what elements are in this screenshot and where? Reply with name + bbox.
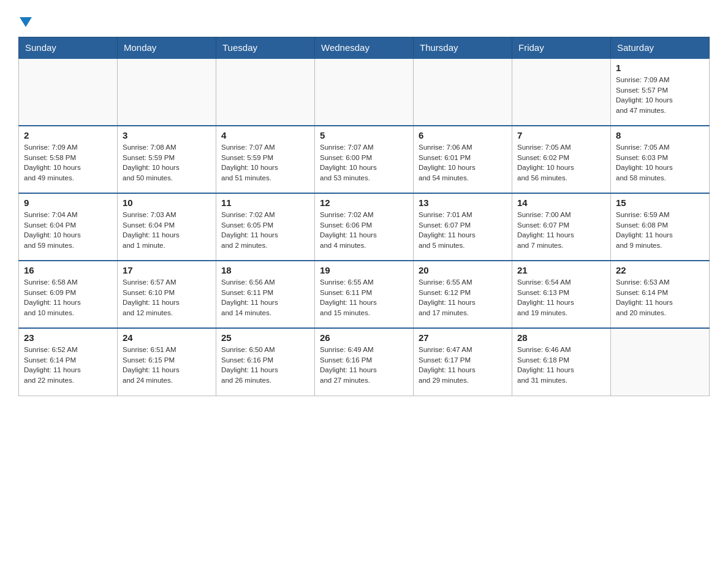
day-info: Sunrise: 6:55 AM Sunset: 6:11 PM Dayligh… xyxy=(320,277,408,318)
day-info: Sunrise: 6:49 AM Sunset: 6:16 PM Dayligh… xyxy=(320,345,408,386)
day-number: 17 xyxy=(123,265,211,275)
calendar-cell: 13Sunrise: 7:01 AM Sunset: 6:07 PM Dayli… xyxy=(414,193,512,261)
calendar-cell: 27Sunrise: 6:47 AM Sunset: 6:17 PM Dayli… xyxy=(414,328,512,396)
calendar-week-row: 2Sunrise: 7:09 AM Sunset: 5:58 PM Daylig… xyxy=(19,126,710,193)
day-number: 16 xyxy=(24,265,112,275)
page-header xyxy=(18,15,710,26)
calendar-cell: 15Sunrise: 6:59 AM Sunset: 6:08 PM Dayli… xyxy=(611,193,710,261)
day-info: Sunrise: 7:06 AM Sunset: 6:01 PM Dayligh… xyxy=(419,142,507,183)
calendar-cell: 22Sunrise: 6:53 AM Sunset: 6:14 PM Dayli… xyxy=(611,261,710,328)
calendar-cell xyxy=(216,58,315,126)
day-number: 12 xyxy=(320,197,408,208)
calendar-week-row: 1Sunrise: 7:09 AM Sunset: 5:57 PM Daylig… xyxy=(19,58,710,126)
day-number: 6 xyxy=(419,130,507,140)
day-number: 25 xyxy=(221,332,309,343)
weekday-header: Sunday xyxy=(19,37,118,59)
day-info: Sunrise: 7:02 AM Sunset: 6:06 PM Dayligh… xyxy=(320,210,408,251)
calendar-cell: 17Sunrise: 6:57 AM Sunset: 6:10 PM Dayli… xyxy=(118,261,216,328)
calendar-cell: 8Sunrise: 7:05 AM Sunset: 6:03 PM Daylig… xyxy=(611,126,710,193)
day-info: Sunrise: 7:04 AM Sunset: 6:04 PM Dayligh… xyxy=(24,210,112,251)
day-info: Sunrise: 6:55 AM Sunset: 6:12 PM Dayligh… xyxy=(419,277,507,318)
day-info: Sunrise: 7:02 AM Sunset: 6:05 PM Dayligh… xyxy=(221,210,309,251)
logo-triangle-icon xyxy=(20,15,33,28)
calendar-cell: 10Sunrise: 7:03 AM Sunset: 6:04 PM Dayli… xyxy=(118,193,216,261)
calendar-cell xyxy=(19,58,118,126)
day-number: 22 xyxy=(616,265,704,275)
day-info: Sunrise: 7:03 AM Sunset: 6:04 PM Dayligh… xyxy=(123,210,211,251)
day-number: 20 xyxy=(419,265,507,275)
svg-marker-0 xyxy=(20,17,32,27)
calendar-week-row: 16Sunrise: 6:58 AM Sunset: 6:09 PM Dayli… xyxy=(19,261,710,328)
day-number: 18 xyxy=(221,265,309,275)
day-number: 8 xyxy=(616,130,704,140)
day-number: 28 xyxy=(517,332,605,343)
calendar-cell: 25Sunrise: 6:50 AM Sunset: 6:16 PM Dayli… xyxy=(216,328,315,396)
calendar-cell: 11Sunrise: 7:02 AM Sunset: 6:05 PM Dayli… xyxy=(216,193,315,261)
day-number: 1 xyxy=(616,63,704,73)
day-info: Sunrise: 6:50 AM Sunset: 6:16 PM Dayligh… xyxy=(221,345,309,386)
day-info: Sunrise: 7:05 AM Sunset: 6:02 PM Dayligh… xyxy=(517,142,605,183)
day-number: 26 xyxy=(320,332,408,343)
day-info: Sunrise: 6:58 AM Sunset: 6:09 PM Dayligh… xyxy=(24,277,112,318)
calendar-cell: 4Sunrise: 7:07 AM Sunset: 5:59 PM Daylig… xyxy=(216,126,315,193)
day-info: Sunrise: 7:05 AM Sunset: 6:03 PM Dayligh… xyxy=(616,142,704,183)
day-info: Sunrise: 6:47 AM Sunset: 6:17 PM Dayligh… xyxy=(419,345,507,386)
day-number: 24 xyxy=(123,332,211,343)
day-number: 27 xyxy=(419,332,507,343)
weekday-header: Tuesday xyxy=(216,37,315,59)
day-info: Sunrise: 7:07 AM Sunset: 5:59 PM Dayligh… xyxy=(221,142,309,183)
calendar-cell: 2Sunrise: 7:09 AM Sunset: 5:58 PM Daylig… xyxy=(19,126,118,193)
logo xyxy=(18,15,33,26)
day-info: Sunrise: 7:01 AM Sunset: 6:07 PM Dayligh… xyxy=(419,210,507,251)
calendar-cell: 20Sunrise: 6:55 AM Sunset: 6:12 PM Dayli… xyxy=(414,261,512,328)
calendar-week-row: 23Sunrise: 6:52 AM Sunset: 6:14 PM Dayli… xyxy=(19,328,710,396)
weekday-header: Wednesday xyxy=(315,37,414,59)
day-info: Sunrise: 6:46 AM Sunset: 6:18 PM Dayligh… xyxy=(517,345,605,386)
calendar-cell: 26Sunrise: 6:49 AM Sunset: 6:16 PM Dayli… xyxy=(315,328,414,396)
calendar-cell xyxy=(315,58,414,126)
calendar-cell xyxy=(512,58,611,126)
weekday-header: Monday xyxy=(118,37,216,59)
day-number: 11 xyxy=(221,197,309,208)
day-info: Sunrise: 6:52 AM Sunset: 6:14 PM Dayligh… xyxy=(24,345,112,386)
day-number: 14 xyxy=(517,197,605,208)
calendar-cell: 6Sunrise: 7:06 AM Sunset: 6:01 PM Daylig… xyxy=(414,126,512,193)
weekday-header-row: SundayMondayTuesdayWednesdayThursdayFrid… xyxy=(19,37,710,59)
day-number: 21 xyxy=(517,265,605,275)
day-info: Sunrise: 7:07 AM Sunset: 6:00 PM Dayligh… xyxy=(320,142,408,183)
day-number: 9 xyxy=(24,197,112,208)
day-info: Sunrise: 6:54 AM Sunset: 6:13 PM Dayligh… xyxy=(517,277,605,318)
day-number: 19 xyxy=(320,265,408,275)
calendar-cell: 3Sunrise: 7:08 AM Sunset: 5:59 PM Daylig… xyxy=(118,126,216,193)
calendar-cell: 16Sunrise: 6:58 AM Sunset: 6:09 PM Dayli… xyxy=(19,261,118,328)
day-number: 7 xyxy=(517,130,605,140)
calendar-cell: 14Sunrise: 7:00 AM Sunset: 6:07 PM Dayli… xyxy=(512,193,611,261)
calendar-table: SundayMondayTuesdayWednesdayThursdayFrid… xyxy=(18,37,710,396)
day-number: 5 xyxy=(320,130,408,140)
day-info: Sunrise: 6:51 AM Sunset: 6:15 PM Dayligh… xyxy=(123,345,211,386)
calendar-cell xyxy=(611,328,710,396)
day-info: Sunrise: 7:08 AM Sunset: 5:59 PM Dayligh… xyxy=(123,142,211,183)
calendar-cell: 1Sunrise: 7:09 AM Sunset: 5:57 PM Daylig… xyxy=(611,58,710,126)
day-info: Sunrise: 6:59 AM Sunset: 6:08 PM Dayligh… xyxy=(616,210,704,251)
calendar-cell: 9Sunrise: 7:04 AM Sunset: 6:04 PM Daylig… xyxy=(19,193,118,261)
calendar-cell: 21Sunrise: 6:54 AM Sunset: 6:13 PM Dayli… xyxy=(512,261,611,328)
weekday-header: Thursday xyxy=(414,37,512,59)
calendar-cell: 19Sunrise: 6:55 AM Sunset: 6:11 PM Dayli… xyxy=(315,261,414,328)
day-info: Sunrise: 6:57 AM Sunset: 6:10 PM Dayligh… xyxy=(123,277,211,318)
calendar-cell xyxy=(118,58,216,126)
day-info: Sunrise: 6:56 AM Sunset: 6:11 PM Dayligh… xyxy=(221,277,309,318)
day-info: Sunrise: 7:09 AM Sunset: 5:58 PM Dayligh… xyxy=(24,142,112,183)
weekday-header: Friday xyxy=(512,37,611,59)
day-number: 2 xyxy=(24,130,112,140)
day-info: Sunrise: 6:53 AM Sunset: 6:14 PM Dayligh… xyxy=(616,277,704,318)
day-number: 13 xyxy=(419,197,507,208)
calendar-cell: 18Sunrise: 6:56 AM Sunset: 6:11 PM Dayli… xyxy=(216,261,315,328)
day-number: 15 xyxy=(616,197,704,208)
calendar-cell xyxy=(414,58,512,126)
calendar-week-row: 9Sunrise: 7:04 AM Sunset: 6:04 PM Daylig… xyxy=(19,193,710,261)
day-number: 23 xyxy=(24,332,112,343)
weekday-header: Saturday xyxy=(611,37,710,59)
calendar-cell: 5Sunrise: 7:07 AM Sunset: 6:00 PM Daylig… xyxy=(315,126,414,193)
day-info: Sunrise: 7:00 AM Sunset: 6:07 PM Dayligh… xyxy=(517,210,605,251)
